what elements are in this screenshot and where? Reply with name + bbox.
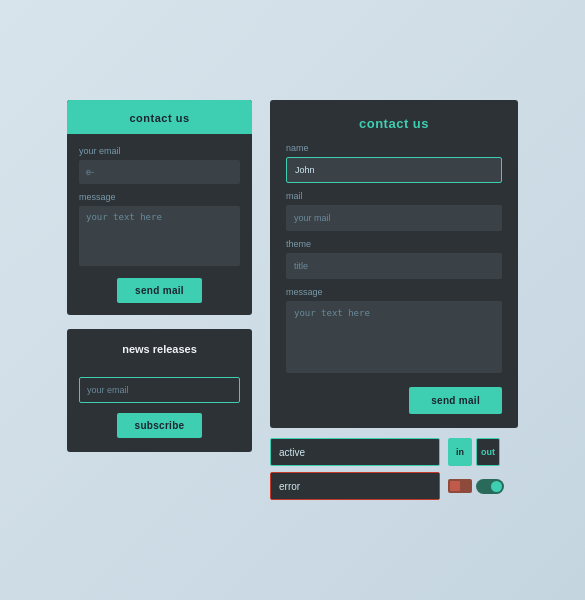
- left-column: contact us your email message send mail …: [67, 100, 252, 452]
- subscribe-button[interactable]: subscribe: [117, 413, 203, 438]
- big-mail-label: mail: [286, 191, 502, 201]
- email-label: your email: [79, 146, 240, 156]
- send-mail-button-small[interactable]: send mail: [117, 278, 202, 303]
- switch-container: [448, 479, 504, 494]
- active-input[interactable]: [270, 438, 440, 466]
- big-message-textarea[interactable]: [286, 301, 502, 373]
- big-message-label: message: [286, 287, 502, 297]
- switch-on[interactable]: [476, 479, 504, 494]
- news-releases-card: news releases subscribe: [67, 329, 252, 452]
- toggle-out-button[interactable]: out: [476, 438, 500, 466]
- error-row: [270, 472, 518, 500]
- news-card-body: subscribe: [67, 367, 252, 452]
- big-name-label: name: [286, 143, 502, 153]
- small-contact-header: contact us: [67, 100, 252, 134]
- small-contact-card: contact us your email message send mail: [67, 100, 252, 315]
- message-textarea[interactable]: [79, 206, 240, 266]
- switch-off[interactable]: [448, 479, 472, 493]
- big-contact-card: contact us name mail theme message send …: [270, 100, 518, 428]
- news-card-title: news releases: [122, 343, 197, 355]
- news-card-header: news releases: [67, 329, 252, 367]
- news-email-input[interactable]: [79, 377, 240, 403]
- active-row: in out: [270, 438, 518, 466]
- in-out-toggle: in out: [448, 438, 500, 466]
- bottom-row: in out: [270, 438, 518, 500]
- big-contact-title: contact us: [286, 116, 502, 131]
- small-contact-body: your email message send mail: [67, 134, 252, 315]
- toggle-in-button[interactable]: in: [448, 438, 472, 466]
- big-theme-label: theme: [286, 239, 502, 249]
- error-input[interactable]: [270, 472, 440, 500]
- main-container: contact us your email message send mail …: [47, 80, 538, 520]
- big-name-input[interactable]: [286, 157, 502, 183]
- switch-knob-off: [450, 481, 460, 491]
- right-column: contact us name mail theme message send …: [270, 100, 518, 500]
- big-theme-input[interactable]: [286, 253, 502, 279]
- send-mail-button-big[interactable]: send mail: [409, 387, 502, 414]
- email-input[interactable]: [79, 160, 240, 184]
- message-label: message: [79, 192, 240, 202]
- small-contact-title: contact us: [129, 112, 189, 124]
- switch-knob-on: [491, 481, 502, 492]
- big-mail-input[interactable]: [286, 205, 502, 231]
